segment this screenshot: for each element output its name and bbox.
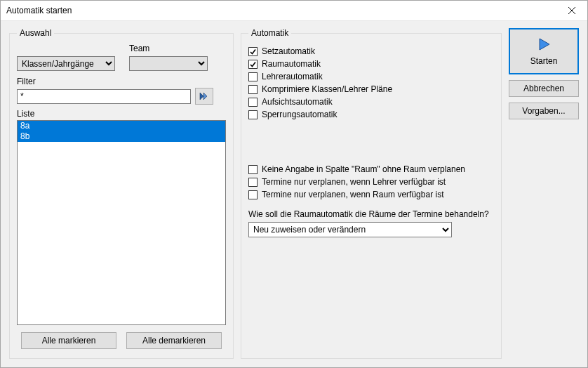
scope-field: Klassen/Jahrgänge xyxy=(17,44,115,71)
team-combo[interactable] xyxy=(129,56,208,71)
checkbox-label: Termine nur verplanen, wenn Lehrer verfü… xyxy=(262,177,446,187)
checkbox-label: Setzautomatik xyxy=(262,46,315,56)
checkbox[interactable] xyxy=(248,47,258,56)
dialog-body: Auswahl Klassen/Jahrgänge Team xyxy=(1,21,587,367)
play-icon xyxy=(536,37,552,52)
automatik-bottom-checks: Keine Angabe in Spalte "Raum" ohne Raum … xyxy=(248,164,494,199)
column-mid: Automatik SetzautomatikRaumautomatikLehr… xyxy=(241,28,502,359)
list-item[interactable]: 8a xyxy=(18,121,225,131)
svg-marker-3 xyxy=(203,93,207,100)
column-left: Auswahl Klassen/Jahrgänge Team xyxy=(9,28,234,359)
checkbox[interactable] xyxy=(248,85,258,94)
checkbox[interactable] xyxy=(248,165,258,174)
checkbox[interactable] xyxy=(248,110,258,119)
checkbox-row: Raumautomatik xyxy=(248,59,494,69)
room-mode-combo[interactable]: Neu zuweisen oder verändern xyxy=(248,222,452,237)
liste-label: Liste xyxy=(17,109,226,119)
filter-row xyxy=(17,88,226,105)
checkbox-row: Aufsichtsautomatik xyxy=(248,97,494,107)
auswahl-top-row: Klassen/Jahrgänge Team xyxy=(17,44,226,71)
close-icon xyxy=(568,7,575,14)
scope-combo[interactable]: Klassen/Jahrgänge xyxy=(17,56,115,71)
start-button-label: Starten xyxy=(530,56,558,66)
filter-label: Filter xyxy=(17,77,226,86)
checkbox-row: Termine nur verplanen, wenn Raum verfügb… xyxy=(248,190,494,199)
checkbox[interactable] xyxy=(248,190,258,199)
checkbox[interactable] xyxy=(248,178,258,187)
group-automatik-legend: Automatik xyxy=(248,28,291,38)
defaults-button[interactable]: Vorgaben... xyxy=(509,103,579,119)
checkbox-row: Termine nur verplanen, wenn Lehrer verfü… xyxy=(248,177,494,187)
liste-listbox[interactable]: 8a8b xyxy=(17,120,226,325)
checkbox-row: Setzautomatik xyxy=(248,46,494,56)
select-all-button[interactable]: Alle markieren xyxy=(21,332,116,349)
titlebar: Automatik starten xyxy=(1,1,587,21)
checkbox-label: Lehrerautomatik xyxy=(262,72,323,81)
dialog-window: Automatik starten Auswahl Klassen/Jahrgä… xyxy=(0,0,588,368)
checkbox-label: Keine Angabe in Spalte "Raum" ohne Raum … xyxy=(262,164,465,174)
auswahl-buttons: Alle markieren Alle demarkieren xyxy=(17,332,226,349)
filter-apply-button[interactable] xyxy=(195,88,213,105)
checkbox-label: Aufsichtsautomatik xyxy=(262,97,333,107)
checkbox-label: Komprimiere Klassen/Lehrer Pläne xyxy=(262,84,392,94)
cancel-button[interactable]: Abbrechen xyxy=(509,80,579,97)
spacer xyxy=(248,119,494,162)
svg-marker-2 xyxy=(200,93,203,100)
svg-marker-4 xyxy=(540,39,549,50)
deselect-all-button[interactable]: Alle demarkieren xyxy=(126,332,222,349)
checkbox-row: Sperrungsautomatik xyxy=(248,110,494,119)
group-auswahl-legend: Auswahl xyxy=(17,28,54,38)
checkbox-row: Keine Angabe in Spalte "Raum" ohne Raum … xyxy=(248,164,494,174)
team-field: Team xyxy=(129,44,208,71)
checkbox[interactable] xyxy=(248,60,258,69)
team-label: Team xyxy=(129,44,208,53)
checkbox-label: Raumautomatik xyxy=(262,59,321,69)
close-button[interactable] xyxy=(556,1,587,20)
checkbox-label: Sperrungsautomatik xyxy=(262,110,337,119)
checkbox-label: Termine nur verplanen, wenn Raum verfügb… xyxy=(262,190,443,199)
filter-apply-icon xyxy=(199,91,210,101)
checkbox[interactable] xyxy=(248,72,258,81)
window-title: Automatik starten xyxy=(6,6,72,15)
start-button[interactable]: Starten xyxy=(509,28,579,74)
room-question-label: Wie soll die Raumautomatik die Räume der… xyxy=(248,209,494,219)
group-auswahl: Auswahl Klassen/Jahrgänge Team xyxy=(9,28,234,359)
column-right: Starten Abbrechen Vorgaben... xyxy=(509,28,579,359)
checkbox-row: Lehrerautomatik xyxy=(248,72,494,81)
list-item[interactable]: 8b xyxy=(18,131,225,142)
automatik-top-checks: SetzautomatikRaumautomatikLehrerautomati… xyxy=(248,46,494,119)
checkbox[interactable] xyxy=(248,98,258,107)
checkbox-row: Komprimiere Klassen/Lehrer Pläne xyxy=(248,84,494,94)
group-automatik: Automatik SetzautomatikRaumautomatikLehr… xyxy=(241,28,502,359)
filter-input[interactable] xyxy=(17,89,191,104)
